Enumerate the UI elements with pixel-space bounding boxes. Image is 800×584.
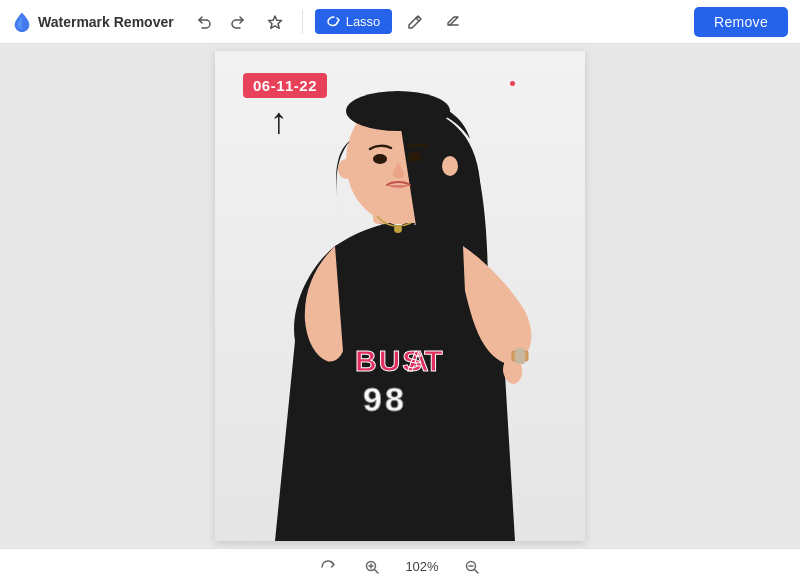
undo-button[interactable] bbox=[190, 7, 220, 37]
statusbar: 102% bbox=[0, 548, 800, 584]
svg-point-17 bbox=[394, 225, 402, 233]
fullscreen-icon bbox=[464, 559, 480, 575]
water-drop-icon bbox=[12, 11, 32, 33]
app-logo: Watermark Remover bbox=[12, 11, 174, 33]
pencil-button[interactable] bbox=[400, 7, 430, 37]
remove-button[interactable]: Remove bbox=[694, 7, 788, 37]
image-container: BUST A 98 BUST A 98 06-11-22 bbox=[215, 51, 585, 541]
lasso-icon bbox=[327, 15, 341, 29]
svg-marker-0 bbox=[268, 16, 281, 28]
arrow-indicator: ↑ bbox=[270, 103, 288, 139]
svg-point-7 bbox=[373, 154, 387, 164]
svg-line-26 bbox=[475, 569, 479, 573]
star-button[interactable] bbox=[260, 7, 290, 37]
watermark-label: 06-11-22 bbox=[243, 73, 327, 98]
svg-point-6 bbox=[346, 91, 450, 131]
canvas-area[interactable]: BUST A 98 BUST A 98 06-11-22 bbox=[0, 44, 800, 548]
history-controls bbox=[190, 7, 252, 37]
reset-button[interactable] bbox=[314, 553, 342, 581]
svg-text:A: A bbox=[407, 344, 429, 377]
zoom-level: 102% bbox=[402, 559, 442, 574]
svg-line-22 bbox=[375, 569, 379, 573]
zoom-button[interactable] bbox=[358, 553, 386, 581]
app-title: Watermark Remover bbox=[38, 14, 174, 30]
svg-rect-19 bbox=[515, 348, 525, 364]
svg-point-10 bbox=[442, 156, 458, 176]
svg-point-8 bbox=[408, 152, 422, 162]
toolbar-divider-1 bbox=[302, 10, 303, 34]
svg-text:BUST: BUST bbox=[355, 344, 445, 377]
lasso-button[interactable]: Lasso bbox=[315, 9, 393, 34]
fullscreen-button[interactable] bbox=[458, 553, 486, 581]
eraser-button[interactable] bbox=[438, 7, 468, 37]
svg-line-1 bbox=[416, 18, 419, 21]
lasso-label: Lasso bbox=[346, 14, 381, 29]
reset-icon bbox=[320, 559, 336, 575]
svg-point-9 bbox=[338, 159, 354, 179]
toolbar: Watermark Remover Lasso bbox=[0, 0, 800, 44]
zoom-icon bbox=[364, 559, 380, 575]
red-dot bbox=[510, 81, 515, 86]
svg-text:98: 98 bbox=[363, 380, 407, 418]
redo-button[interactable] bbox=[222, 7, 252, 37]
